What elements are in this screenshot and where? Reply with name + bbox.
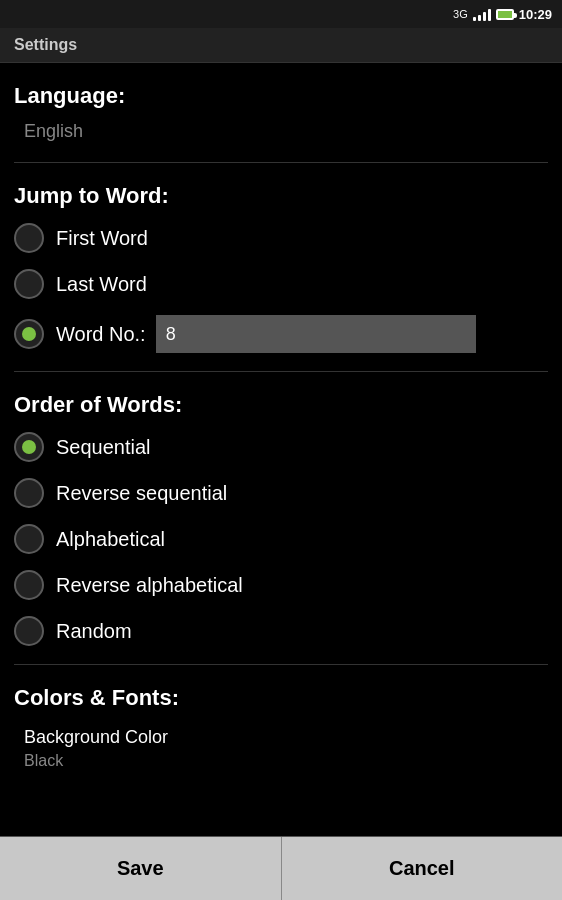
bottom-buttons: Save Cancel [0,836,562,900]
status-icons: 3G 10:29 [453,7,552,22]
time-display: 10:29 [519,7,552,22]
status-bar: 3G 10:29 [0,0,562,28]
radio-circle-random [14,616,44,646]
word-no-input[interactable] [156,315,476,353]
radio-circle-last-word [14,269,44,299]
radio-circle-sequential [14,432,44,462]
radio-label-reverse-sequential: Reverse sequential [56,482,227,505]
divider-1 [14,162,548,163]
signal-bar-4 [488,9,491,21]
radio-label-word-no: Word No.: [56,323,146,346]
settings-content: Language: English Jump to Word: First Wo… [0,63,562,833]
radio-label-reverse-alphabetical: Reverse alphabetical [56,574,243,597]
cancel-button[interactable]: Cancel [282,837,563,900]
jump-to-word-header: Jump to Word: [14,183,548,209]
radio-reverse-alphabetical[interactable]: Reverse alphabetical [14,562,548,608]
radio-label-alphabetical: Alphabetical [56,528,165,551]
signal-bar-1 [473,17,476,21]
signal-bar-3 [483,12,486,21]
order-of-words-header: Order of Words: [14,392,548,418]
radio-word-no[interactable]: Word No.: [14,307,548,361]
page-title: Settings [14,36,77,53]
title-bar: Settings [0,28,562,63]
radio-label-random: Random [56,620,132,643]
background-color-value: Black [24,752,548,770]
radio-circle-reverse-alphabetical [14,570,44,600]
radio-last-word[interactable]: Last Word [14,261,548,307]
radio-label-first-word: First Word [56,227,148,250]
radio-first-word[interactable]: First Word [14,215,548,261]
background-color-item[interactable]: Background Color Black [14,717,548,774]
battery-icon [496,9,514,20]
radio-reverse-sequential[interactable]: Reverse sequential [14,470,548,516]
save-button[interactable]: Save [0,837,282,900]
radio-circle-first-word [14,223,44,253]
signal-bars [473,7,491,21]
radio-circle-reverse-sequential [14,478,44,508]
language-value: English [14,115,548,152]
inner-dot-sequential [22,440,36,454]
radio-label-last-word: Last Word [56,273,147,296]
colors-fonts-section: Colors & Fonts: Background Color Black [14,685,548,774]
radio-random[interactable]: Random [14,608,548,654]
signal-bar-2 [478,15,481,21]
radio-sequential[interactable]: Sequential [14,424,548,470]
radio-circle-word-no [14,319,44,349]
divider-2 [14,371,548,372]
inner-dot-word-no [22,327,36,341]
colors-fonts-header: Colors & Fonts: [14,685,548,711]
radio-circle-alphabetical [14,524,44,554]
radio-alphabetical[interactable]: Alphabetical [14,516,548,562]
radio-label-sequential: Sequential [56,436,151,459]
language-section-header: Language: [14,83,548,109]
background-color-label: Background Color [24,727,548,748]
data-icon: 3G [453,8,468,20]
divider-3 [14,664,548,665]
